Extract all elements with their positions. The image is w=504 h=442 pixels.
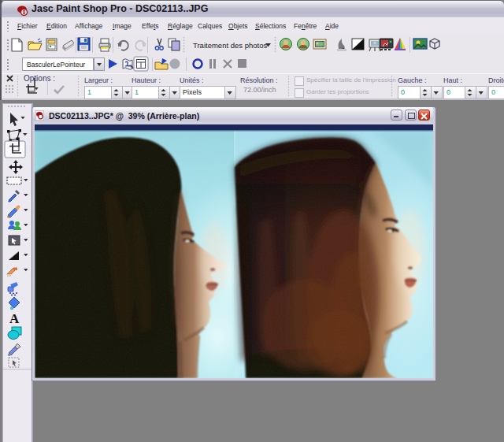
- svg-text:Traitement des photos: Traitement des photos: [193, 41, 267, 50]
- svg-text:Options :: Options :: [24, 74, 55, 83]
- svg-text:A: A: [9, 311, 20, 326]
- svg-text:8: 8: [23, 9, 26, 15]
